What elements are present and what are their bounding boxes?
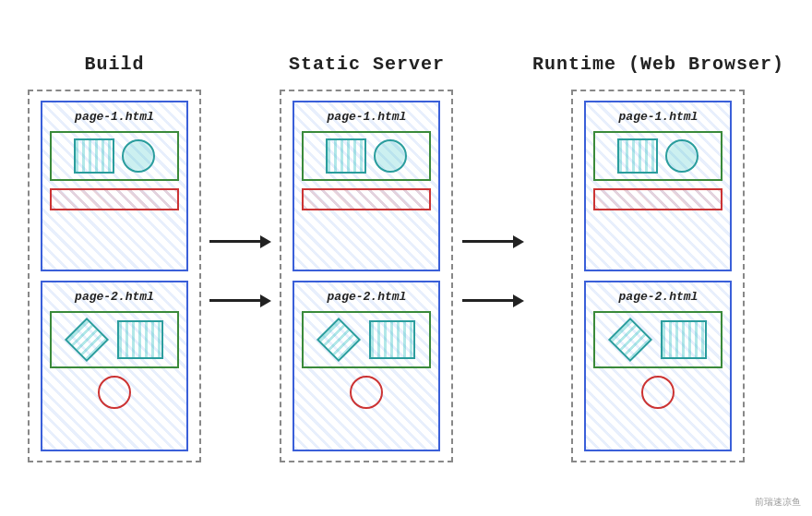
- build-page1-red-bar: [50, 188, 179, 210]
- build-page2-title: page-2.html: [50, 290, 179, 304]
- static-server-column: Static Server page-1.html page-2.html: [280, 54, 453, 462]
- arrow2-container: [462, 235, 524, 307]
- runtime-page2-card: page-2.html: [584, 281, 732, 451]
- server-page1-title: page-1.html: [302, 110, 431, 124]
- build-title: Build: [84, 54, 144, 75]
- build-page1-card: page-1.html: [41, 101, 188, 271]
- runtime-page1-title: page-1.html: [593, 110, 722, 124]
- runtime-page2-diamond: [608, 318, 652, 362]
- server-page2-rect: [369, 320, 415, 359]
- server-page2-diamond-wrap: [317, 318, 360, 361]
- runtime-column: Runtime (Web Browser) page-1.html page-2…: [532, 54, 784, 462]
- runtime-page2-title: page-2.html: [593, 290, 722, 304]
- build-page1-circle: [122, 139, 155, 173]
- arrow1-top: [209, 235, 271, 248]
- server-page2-diamond: [316, 318, 361, 362]
- runtime-page2-content: [593, 311, 722, 368]
- arrow1-bottom: [209, 294, 271, 307]
- runtime-page2-rect: [661, 320, 707, 359]
- server-page2-card: page-2.html: [293, 281, 440, 451]
- runtime-page1-card: page-1.html: [584, 101, 732, 271]
- server-page2-title: page-2.html: [302, 290, 431, 304]
- server-page1-red-bar: [302, 188, 431, 210]
- build-page2-card: page-2.html: [41, 281, 188, 451]
- runtime-page1-content: [593, 131, 722, 181]
- runtime-page1-circle: [665, 139, 699, 173]
- runtime-page1-square: [617, 138, 658, 174]
- build-page2-diamond-wrap: [66, 318, 108, 361]
- runtime-page2-diamond-wrap: [609, 318, 651, 361]
- build-page2-diamond: [65, 318, 109, 362]
- server-page2-content: [302, 311, 431, 368]
- build-page2-content: [50, 311, 179, 368]
- server-page1-square: [326, 138, 366, 174]
- arrow2-top: [462, 235, 524, 248]
- build-column: Build page-1.html page-2.html: [28, 54, 201, 462]
- server-page1-card: page-1.html: [293, 101, 440, 271]
- build-page1-title: page-1.html: [50, 110, 179, 124]
- runtime-dashed-box: page-1.html page-2.html: [571, 90, 745, 462]
- build-page2-red-circle: [98, 376, 131, 409]
- server-page1-circle: [374, 139, 407, 173]
- runtime-page2-red-circle: [641, 376, 675, 409]
- build-dashed-box: page-1.html page-2.html: [28, 90, 201, 462]
- build-page1-content: [50, 131, 179, 181]
- arrow2-bottom: [462, 294, 524, 307]
- watermark: 前瑞速凉鱼: [755, 496, 801, 509]
- server-page2-red-circle: [350, 376, 383, 409]
- build-page1-square: [74, 138, 114, 174]
- static-server-title: Static Server: [289, 54, 445, 75]
- runtime-title: Runtime (Web Browser): [532, 54, 784, 75]
- arrow1-container: [209, 235, 271, 307]
- build-page2-rect: [117, 320, 163, 359]
- diagram: Build page-1.html page-2.html: [9, 9, 803, 508]
- runtime-page1-red-bar: [593, 188, 722, 210]
- static-server-dashed-box: page-1.html page-2.html: [280, 90, 453, 462]
- server-page1-content: [302, 131, 431, 181]
